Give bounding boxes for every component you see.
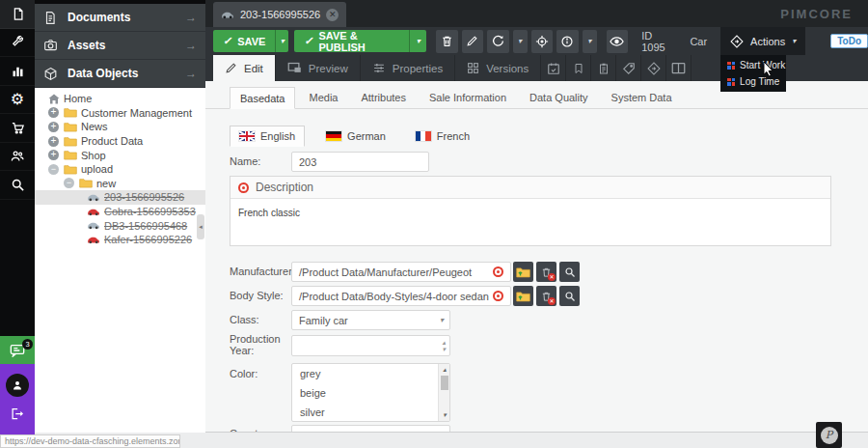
rail-tools-button[interactable] [0, 29, 35, 58]
collapse-minus-icon[interactable] [64, 178, 74, 188]
tree-item-home[interactable]: Home [35, 92, 205, 106]
bodystyle-input[interactable]: /Product Data/Body-Styles/4-door sedan [291, 286, 511, 306]
tree-item-product-data[interactable]: Product Data [35, 134, 205, 149]
info-dropdown-button[interactable]: ▾ [583, 30, 597, 53]
country-select[interactable]: (Empty) [291, 425, 450, 433]
locate-in-tree-button[interactable] [531, 30, 554, 53]
scrollbar-thumb[interactable] [441, 376, 448, 390]
tab-reports[interactable] [591, 55, 616, 81]
subtab-data-quality[interactable]: Data Quality [520, 87, 598, 108]
expand-plus-icon[interactable] [48, 107, 59, 118]
tab-notes-events[interactable] [566, 55, 591, 81]
save-button[interactable]: SAVE [213, 30, 288, 52]
accordion-data-objects[interactable]: Data Objects → [35, 60, 205, 88]
tab-compare[interactable] [666, 55, 692, 81]
rail-search-button[interactable] [0, 171, 35, 200]
production-year-spinner[interactable] [291, 335, 450, 356]
tree-item-car-cobra[interactable]: Cobra-1566995353 [35, 205, 205, 219]
remove-relation-button[interactable] [536, 286, 556, 306]
info-button[interactable] [556, 30, 579, 53]
tree-item-car-db3[interactable]: DB3-1566995468 [35, 218, 205, 233]
chevron-down-icon: ▾ [518, 37, 522, 45]
rail-settings-button[interactable]: ⚙ [0, 86, 35, 115]
description-title: Description [256, 181, 313, 194]
rail-users-button[interactable] [0, 143, 35, 172]
open-relation-button[interactable] [513, 286, 533, 306]
search-relation-button[interactable] [559, 262, 580, 282]
spinner-down-icon[interactable] [442, 346, 446, 352]
person-icon [12, 379, 23, 391]
tab-properties[interactable]: Properties [361, 55, 455, 81]
remove-relation-button[interactable] [536, 262, 556, 282]
expand-plus-icon[interactable] [48, 150, 59, 160]
rename-button[interactable] [462, 30, 484, 53]
expand-plus-icon[interactable] [48, 122, 59, 132]
subtab-sale-information[interactable]: Sale Information [420, 87, 516, 108]
reload-dropdown-button[interactable]: ▾ [513, 30, 528, 53]
tree-item-label: 203-1566995526 [104, 191, 184, 203]
tree-item-customer-management[interactable]: Customer Management [35, 106, 205, 121]
rail-ecommerce-button[interactable] [0, 114, 35, 143]
object-type-label: Car [690, 36, 707, 47]
save-publish-button[interactable]: SAVE & PUBLISH [294, 30, 426, 52]
screen-overlay-widget[interactable]: P [816, 422, 842, 448]
color-option-beige[interactable]: beige [292, 383, 449, 403]
tree-item-upload[interactable]: upload [35, 162, 205, 177]
tab-workflow[interactable] [641, 55, 666, 81]
user-avatar-button[interactable] [6, 374, 29, 397]
save-publish-dropdown-button[interactable] [409, 30, 426, 52]
menu-item-log-time[interactable]: Log Time [720, 73, 786, 90]
class-select[interactable]: Family car [291, 310, 450, 330]
lang-tab-english[interactable]: English [230, 126, 305, 147]
name-input[interactable]: 203 [291, 152, 429, 172]
color-option-silver[interactable]: silver [292, 403, 449, 422]
subtab-system-data[interactable]: System Data [602, 87, 682, 108]
search-relation-button[interactable] [559, 286, 580, 306]
save-dropdown-button[interactable] [275, 30, 288, 52]
rail-file-button[interactable] [0, 0, 35, 29]
panel-collapse-handle[interactable] [197, 214, 204, 239]
tab-edit[interactable]: Edit [213, 55, 276, 81]
chat-notification-button[interactable]: 3 [0, 336, 35, 364]
accordion-documents[interactable]: Documents → [35, 4, 205, 32]
tree-item-car-203[interactable]: 203-1566995526 [35, 190, 205, 205]
tab-versions[interactable]: Versions [455, 55, 541, 81]
description-textarea[interactable]: French classic [231, 199, 830, 227]
menu-item-start-work[interactable]: Start Work [720, 57, 786, 73]
tree-item-new[interactable]: new [35, 177, 205, 191]
delete-button[interactable] [436, 30, 458, 53]
logout-button[interactable] [10, 406, 24, 421]
scroll-up-icon[interactable] [439, 366, 450, 374]
tree-item-shop[interactable]: Shop [35, 148, 205, 162]
manufacturer-input[interactable]: /Product Data/Manufacturer/Peugeot [291, 262, 511, 282]
tab-preview[interactable]: Preview [276, 55, 361, 81]
scroll-down-icon[interactable] [439, 411, 450, 419]
expand-plus-icon[interactable] [48, 136, 59, 147]
preview-eye-button[interactable] [607, 30, 629, 53]
accordion-assets[interactable]: Assets → [35, 32, 205, 60]
rail-reports-button[interactable] [0, 57, 35, 86]
actions-button[interactable]: Actions Start Work Log Time [720, 27, 805, 55]
subtab-media[interactable]: Media [299, 87, 347, 108]
listbox-scrollbar[interactable] [438, 364, 449, 421]
open-relation-button[interactable] [513, 262, 533, 282]
tree-item-label: upload [81, 163, 113, 175]
spinner-up-icon[interactable] [442, 339, 446, 346]
tab-scheduled-tasks[interactable] [541, 55, 566, 81]
subtab-attributes[interactable]: Attributes [351, 87, 415, 108]
lang-tab-french[interactable]: French [407, 126, 478, 147]
color-multiselect[interactable]: grey beige silver [291, 363, 450, 422]
open-object-tab[interactable]: 203-1566995526 [213, 2, 346, 27]
tree-item-news[interactable]: News [35, 120, 205, 134]
save-button-label: SAVE [237, 36, 265, 47]
tab-tags[interactable] [616, 55, 641, 81]
close-icon[interactable] [326, 9, 339, 21]
reload-button[interactable] [487, 30, 509, 53]
color-option-grey[interactable]: grey [292, 364, 449, 383]
remove-x-icon [548, 273, 556, 281]
lang-tab-german[interactable]: German [317, 126, 394, 147]
tree-item-label: News [81, 121, 108, 132]
tree-item-car-kafer[interactable]: Kafer-1566995226 [35, 233, 205, 247]
subtab-basedata[interactable]: Basedata [230, 87, 295, 109]
collapse-minus-icon[interactable] [48, 164, 59, 175]
